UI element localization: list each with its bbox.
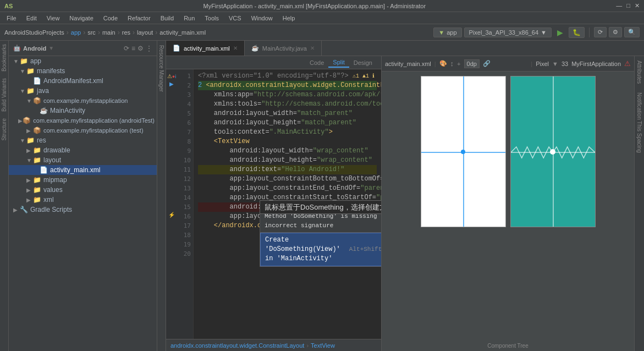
- sidebar-toolbar: ⟳ ≡ ⚙ ⋮: [124, 45, 152, 52]
- sidebar-title: 🤖 Android ▼: [13, 45, 54, 52]
- expand-arrow: ▼: [13, 58, 20, 64]
- right-phone-screen[interactable]: [510, 76, 596, 227]
- code-line-9: <TextView: [198, 137, 377, 146]
- resource-manager-tab[interactable]: Resource Manager: [157, 41, 166, 96]
- sidebar-item-gradle[interactable]: ▶ 🔧 Gradle Scripts: [9, 205, 157, 215]
- device-dropdown[interactable]: Pixel_3a_API_33_x86_64 ▼: [464, 28, 552, 37]
- preview-api-label[interactable]: 33: [562, 61, 568, 67]
- breadcrumb-textview[interactable]: TextView: [311, 342, 335, 349]
- settings-button[interactable]: ⚙: [609, 27, 622, 37]
- structure-tab[interactable]: Structure: [0, 115, 8, 144]
- folder-icon: 📁: [26, 136, 35, 144]
- menu-edit[interactable]: Edit: [22, 14, 41, 23]
- toolbar: AndroidStudioProjects › app › src › main…: [0, 24, 644, 41]
- code-line-12: android:text="Hello Android!": [198, 165, 377, 174]
- code-content[interactable]: <?xml version="1.0" encoding="utf-8"?> ⚠…: [194, 69, 381, 339]
- tree-label-manifests: manifests: [37, 67, 65, 75]
- sidebar-item-mipmap[interactable]: ▶ 📁 mipmap: [9, 175, 157, 185]
- run-button[interactable]: ▶: [554, 27, 566, 38]
- collapse-all-icon[interactable]: ≡: [131, 45, 135, 52]
- sidebar-item-app[interactable]: ▼ 📁 app: [9, 56, 157, 66]
- menu-code[interactable]: Code: [99, 14, 122, 23]
- chevron-down-icon[interactable]: ▼: [552, 61, 558, 67]
- preview-dp-input[interactable]: 0dp: [464, 59, 480, 68]
- quick-fix-action-label: Create 'DoSomething(View)' in 'MainActiv…: [265, 235, 340, 264]
- sync-button[interactable]: ⟳: [594, 27, 607, 37]
- tree-label-androidmanifest: AndroidManifest.xml: [43, 77, 103, 85]
- tab-mainactivity[interactable]: ☕ MainActivity.java ✕: [245, 41, 322, 56]
- sidebar-item-mainactivity[interactable]: ☕ MainActivity: [9, 106, 157, 116]
- sidebar-item-package-androidtest[interactable]: ▶ 📦 com.example.myfirstapplication (andr…: [9, 116, 157, 125]
- package-icon: 📦: [33, 127, 41, 134]
- preview-toolbar-btn-3[interactable]: 🔗: [483, 60, 491, 67]
- expand-arrow: ▼: [26, 98, 33, 104]
- bookmarks-tab[interactable]: Bookmarks: [0, 41, 8, 75]
- sidebar-item-manifests[interactable]: ▼ 📁 manifests: [9, 66, 157, 76]
- design-view-tab[interactable]: Design: [349, 58, 377, 67]
- sidebar-item-xml[interactable]: ▶ 📁 xml: [9, 195, 157, 205]
- menu-view[interactable]: View: [42, 14, 64, 23]
- expand-arrow: ▼: [26, 157, 33, 163]
- palette-icon[interactable]: 🎨: [439, 60, 447, 67]
- menu-build[interactable]: Build: [156, 14, 178, 23]
- sidebar-item-res[interactable]: ▼ 📁 res: [9, 135, 157, 145]
- debug-button[interactable]: 🐛: [569, 27, 585, 38]
- menu-run[interactable]: Run: [179, 14, 199, 23]
- maximize-btn[interactable]: □: [626, 2, 630, 9]
- sidebar-item-package-main[interactable]: ▼ 📦 com.example.myfirstapplication: [9, 96, 157, 106]
- toolbar-main: main: [102, 29, 115, 36]
- toolbar-res: res: [122, 29, 130, 36]
- sidebar-item-layout[interactable]: ▼ 📁 layout: [9, 155, 157, 165]
- preview-toolbar-btn-2[interactable]: +: [457, 61, 460, 67]
- sidebar-item-java[interactable]: ▼ 📁 java: [9, 86, 157, 96]
- toolbar-sep1: ›: [83, 29, 85, 36]
- preview-device-label[interactable]: Pixel: [536, 61, 549, 67]
- menu-help[interactable]: Help: [278, 14, 300, 23]
- preview-toolbar-btn-1[interactable]: ↕: [450, 59, 454, 68]
- menu-refactor[interactable]: Refactor: [123, 14, 155, 23]
- breadcrumb-constraint-layout[interactable]: androidx.constraintlayout.widget.Constra…: [170, 342, 304, 349]
- line-num-16: 16: [177, 212, 191, 221]
- menu-window[interactable]: Window: [247, 14, 277, 23]
- quick-fix-popup: Method 'DoSomething' is missing in 'Main…: [260, 210, 381, 267]
- tab-close-activity-main[interactable]: ✕: [233, 45, 238, 51]
- notification-tab[interactable]: Notification This Spacing: [635, 88, 643, 157]
- sync-project-icon[interactable]: ⟳: [124, 45, 129, 52]
- menu-vcs[interactable]: VCS: [224, 14, 246, 23]
- tree-label-mainactivity: MainActivity: [50, 107, 85, 114]
- line-num-13: 13: [177, 184, 191, 193]
- left-phone-screen[interactable]: [421, 76, 506, 227]
- tab-close-mainactivity[interactable]: ✕: [310, 45, 315, 51]
- line-num-18: 18: [177, 231, 191, 240]
- line-num-9: 9: [177, 146, 191, 156]
- build-variants-tab[interactable]: Build Variants: [0, 75, 8, 115]
- sidebar-item-drawable[interactable]: ▶ 📁 drawable: [9, 145, 157, 155]
- expand-arrow: ▶: [26, 147, 33, 153]
- sidebar-item-package-test[interactable]: ▶ 📦 com.example.myfirstapplication (test…: [9, 125, 157, 135]
- tab-activity-main[interactable]: 📄 activity_main.xml ✕: [166, 41, 245, 56]
- close-btn[interactable]: ✕: [635, 2, 640, 9]
- minimize-btn[interactable]: —: [616, 2, 622, 9]
- menu-navigate[interactable]: Navigate: [65, 14, 97, 23]
- sidebar: 🤖 Android ▼ ⟳ ≡ ⚙ ⋮ ▼ 📁 app ▼ 📁: [9, 41, 157, 351]
- menu-tools[interactable]: Tools: [200, 14, 223, 23]
- dots-menu-icon[interactable]: ⋮: [146, 45, 152, 52]
- settings-gear-icon[interactable]: ⚙: [137, 45, 144, 52]
- quick-fix-action-1[interactable]: Create 'DoSomething(View)' in 'MainActiv…: [260, 233, 381, 266]
- sidebar-item-activity-main[interactable]: 📄 activity_main.xml: [9, 165, 157, 175]
- code-view-tab[interactable]: Code: [305, 58, 328, 67]
- package-icon: 📦: [23, 117, 31, 124]
- menu-file[interactable]: File: [2, 14, 21, 23]
- preview-app-label[interactable]: MyFirstApplication: [571, 61, 621, 67]
- title-bar-controls[interactable]: — □ ✕: [616, 2, 640, 9]
- search-button[interactable]: 🔍: [624, 27, 640, 37]
- folder-icon: 📁: [33, 186, 41, 194]
- app-dropdown[interactable]: ▼ app: [433, 28, 461, 37]
- sidebar-item-androidmanifest[interactable]: 📄 AndroidManifest.xml: [9, 76, 157, 86]
- sidebar-item-values[interactable]: ▶ 📁 values: [9, 185, 157, 195]
- toolbar-app[interactable]: app: [71, 29, 81, 36]
- textview-dot: [461, 150, 465, 154]
- split-view-tab[interactable]: Split: [328, 58, 349, 68]
- attributes-tab[interactable]: Attributes: [635, 56, 643, 88]
- expand-arrow: ▶: [26, 128, 33, 134]
